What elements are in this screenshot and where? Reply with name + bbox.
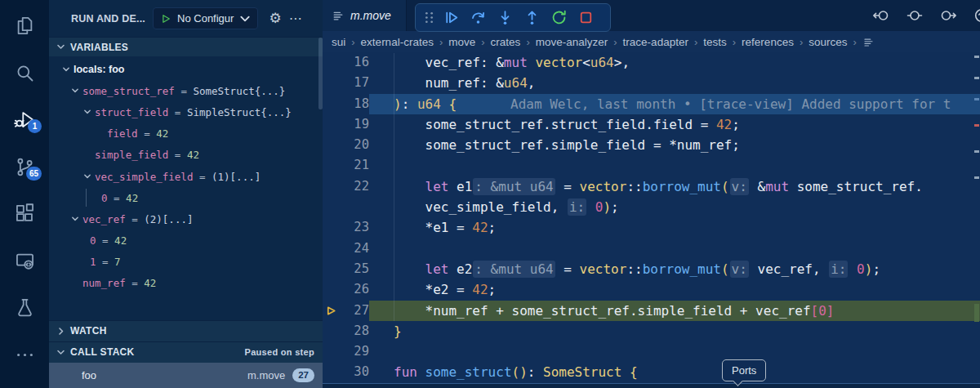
variable-row-vec_simple_field[interactable]: vec_simple_field = (1)[...] — [49, 166, 323, 187]
line-number[interactable]: 26 — [338, 279, 369, 300]
debug-config-dropdown[interactable]: No Configur — [153, 7, 258, 29]
start-debug-icon[interactable] — [160, 13, 172, 25]
breadcrumb-item-move-analyzer[interactable]: move-analyzer — [536, 36, 608, 48]
gutter[interactable]: 27 — [323, 301, 369, 321]
line-number[interactable]: 30 — [338, 362, 369, 382]
variable-row-scope[interactable]: locals: foo — [49, 59, 323, 80]
variable-row-0[interactable]: 0 = 42 — [49, 187, 323, 208]
debug-toolbar — [415, 3, 611, 32]
line-number[interactable]: 29 — [338, 341, 369, 362]
code-content[interactable]: some_struct_ref.simple_field = *num_ref; — [369, 135, 980, 155]
call-stack-frame-foo[interactable]: foo m.move 27 — [49, 363, 323, 388]
code-content[interactable]: some_struct_ref.struct_field.field = 42; — [369, 114, 980, 135]
breadcrumb-item-references[interactable]: references — [742, 36, 794, 48]
gutter[interactable]: 19 — [323, 114, 369, 135]
variable-row-vec_ref[interactable]: vec_ref = (2)[...] — [49, 208, 323, 230]
gutter[interactable]: 28 — [323, 321, 369, 341]
line-number[interactable]: 27 — [338, 301, 369, 321]
gutter[interactable]: 17 — [323, 73, 369, 93]
variable-row-simple_field[interactable]: simple_field = 42 — [49, 145, 323, 166]
breadcrumb-item-crates[interactable]: crates — [491, 36, 521, 48]
line-number[interactable]: 22 — [338, 176, 369, 197]
breadcrumb-item-sources[interactable]: sources — [808, 36, 847, 48]
gutter[interactable]: 21 — [323, 155, 369, 176]
gutter[interactable] — [323, 197, 369, 217]
breadcrumb-item-trace-adapter[interactable]: trace-adapter — [623, 36, 688, 48]
overview-ruler[interactable] — [973, 33, 980, 383]
activity-item-search[interactable] — [0, 50, 49, 97]
drag-handle-button[interactable] — [420, 7, 438, 29]
variable-row-field[interactable]: field = 42 — [49, 123, 323, 145]
gutter[interactable]: 23 — [323, 217, 369, 238]
code-content[interactable]: ): u64 {Adam Welc, last month • [trace-v… — [369, 94, 980, 114]
line-number[interactable]: 23 — [338, 217, 369, 238]
line-number[interactable]: 19 — [338, 114, 369, 135]
gutter[interactable]: 18 — [323, 94, 369, 114]
activity-item-more[interactable] — [0, 332, 49, 379]
code-content[interactable]: let e2: &mut u64 = vector::borrow_mut(v:… — [369, 259, 980, 279]
code-token — [394, 261, 425, 277]
gutter[interactable]: 20 — [323, 135, 369, 155]
code-content[interactable] — [369, 155, 980, 176]
activity-item-source-control[interactable]: 65 — [0, 144, 49, 191]
code-content[interactable]: *e1 = 42; — [369, 217, 980, 238]
code-content[interactable]: num_ref: &u64, — [369, 73, 980, 93]
line-number[interactable]: 17 — [338, 73, 369, 93]
activity-item-explorer[interactable] — [0, 2, 49, 50]
breadcrumb-item-tests[interactable]: tests — [703, 36, 727, 48]
line-number[interactable]: 24 — [338, 239, 369, 259]
gutter[interactable]: 26 — [323, 279, 369, 300]
gutter[interactable]: 30 — [323, 362, 369, 382]
code-content[interactable]: fun some_struct(): SomeStruct { — [369, 362, 980, 382]
line-number[interactable]: 16 — [338, 52, 369, 73]
gutter[interactable]: 29 — [323, 341, 369, 362]
code-content[interactable] — [369, 341, 980, 362]
code-content[interactable]: *e2 = 42; — [369, 279, 980, 300]
continue-button[interactable] — [438, 7, 465, 29]
breadcrumb-item-move[interactable]: move — [448, 36, 475, 48]
gutter[interactable]: 24 — [323, 239, 369, 259]
call-stack-section-header[interactable]: CALL STACK Paused on step — [49, 341, 323, 363]
more-actions-icon[interactable] — [289, 11, 303, 26]
activity-item-testing[interactable] — [0, 284, 49, 332]
line-number[interactable]: 21 — [338, 155, 369, 176]
watch-section-header[interactable]: WATCH — [49, 320, 323, 341]
breadcrumb-item-external-crates[interactable]: external-crates — [361, 36, 434, 48]
line-number[interactable]: 25 — [338, 259, 369, 279]
tab-m-move[interactable]: m.move — [323, 0, 407, 31]
gutter[interactable]: 16 — [323, 52, 369, 73]
navigate-back-button[interactable] — [872, 7, 890, 24]
chevron-down-icon — [83, 108, 91, 116]
variables-section-header[interactable]: VARIABLES — [49, 37, 323, 56]
stop-button[interactable] — [572, 7, 599, 29]
line-number[interactable]: 20 — [338, 135, 369, 155]
step-out-button[interactable] — [519, 7, 546, 29]
code-content[interactable]: } — [369, 321, 980, 341]
line-number[interactable]: 18 — [338, 94, 369, 114]
code-content[interactable]: vec_ref: &mut vector<u64>, — [369, 52, 980, 73]
code-content[interactable] — [369, 239, 980, 259]
gutter[interactable]: 22 — [323, 176, 369, 197]
code-content[interactable]: vec_simple_field, i: 0); — [369, 197, 980, 217]
gear-icon[interactable] — [269, 10, 281, 27]
variable-row-some_struct_ref[interactable]: some_struct_ref = SomeStruct{...} — [49, 80, 323, 101]
variable-row-0[interactable]: 0 = 42 — [49, 230, 323, 252]
step-over-button[interactable] — [465, 7, 492, 29]
variable-row-1[interactable]: 1 = 7 — [49, 252, 323, 273]
navigate-forward-button[interactable] — [939, 7, 957, 24]
activity-item-extensions[interactable] — [0, 190, 49, 238]
code-content[interactable]: let e1: &mut u64 = vector::borrow_mut(v:… — [369, 176, 980, 197]
activity-item-run-and-debug[interactable]: 1 — [0, 96, 49, 144]
gutter[interactable]: 25 — [323, 259, 369, 279]
restart-button[interactable] — [546, 7, 572, 29]
variable-row-struct_field[interactable]: struct_field = SimpleStruct{...} — [49, 101, 323, 123]
breadcrumb-item-sui[interactable]: sui — [332, 36, 345, 48]
circle-partial-button[interactable] — [973, 7, 980, 24]
line-number[interactable]: 28 — [338, 321, 369, 341]
step-into-button[interactable] — [492, 7, 519, 29]
variable-value: SomeStruct{...} — [193, 85, 285, 97]
code-content[interactable]: *num_ref + some_struct_ref.simple_field … — [369, 301, 980, 321]
activity-item-remote-explorer[interactable] — [0, 238, 49, 285]
circle-action-button[interactable] — [906, 7, 924, 24]
variable-row-num_ref[interactable]: num_ref = 42 — [49, 273, 323, 294]
